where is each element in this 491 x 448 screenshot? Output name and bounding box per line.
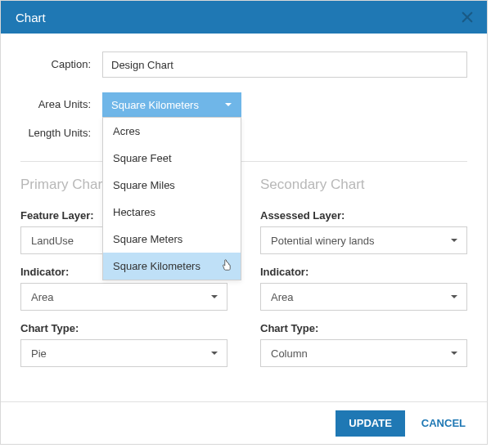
length-units-label: Length Units: bbox=[20, 125, 102, 141]
feature-layer-value: LandUse bbox=[31, 235, 74, 247]
secondary-indicator-select[interactable]: Area bbox=[260, 283, 467, 311]
primary-indicator-value: Area bbox=[31, 291, 53, 303]
caption-input[interactable] bbox=[102, 52, 467, 78]
secondary-indicator-value: Area bbox=[271, 291, 293, 303]
secondary-indicator-group: Indicator: Area bbox=[260, 266, 467, 311]
area-units-option[interactable]: Square Miles bbox=[103, 172, 241, 199]
area-units-select-wrap: Square Kilometers Acres Square Feet Squa… bbox=[102, 92, 241, 117]
primary-chart-type-value: Pie bbox=[31, 347, 47, 360]
secondary-chart-type-select[interactable]: Column bbox=[260, 339, 467, 367]
primary-chart-type-group: Chart Type: Pie bbox=[20, 322, 227, 367]
area-units-label: Area Units: bbox=[20, 98, 102, 112]
charts-section: Primary Chart Feature Layer: LandUse Ind… bbox=[20, 177, 467, 379]
assessed-layer-select[interactable]: Potential winery lands bbox=[260, 226, 467, 254]
assessed-layer-value: Potential winery lands bbox=[271, 235, 374, 247]
caret-down-icon bbox=[210, 291, 218, 303]
primary-indicator-select[interactable]: Area bbox=[20, 283, 227, 311]
area-units-row: Area Units: Square Kilometers Acres Squa… bbox=[20, 92, 467, 117]
primary-chart-type-select[interactable]: Pie bbox=[20, 339, 227, 367]
dialog-footer: UPDATE CANCEL bbox=[1, 401, 487, 444]
divider bbox=[20, 161, 467, 162]
caret-down-icon bbox=[224, 99, 232, 111]
area-units-option[interactable]: Acres bbox=[103, 118, 241, 145]
area-units-option-label: Square Kilometers bbox=[113, 260, 200, 272]
secondary-chart-type-group: Chart Type: Column bbox=[260, 322, 467, 367]
chart-dialog: Chart Caption: Area Units: Square Kilome… bbox=[0, 0, 488, 445]
length-units-row: Length Units: bbox=[20, 125, 467, 153]
secondary-chart-type-value: Column bbox=[271, 347, 308, 360]
secondary-chart-type-label: Chart Type: bbox=[260, 322, 467, 334]
caret-down-icon bbox=[210, 347, 218, 360]
dialog-title: Chart bbox=[16, 11, 46, 25]
close-icon[interactable] bbox=[457, 7, 477, 27]
area-units-option[interactable]: Square Meters bbox=[103, 226, 241, 253]
caret-down-icon bbox=[450, 235, 458, 247]
caption-label: Caption: bbox=[20, 58, 102, 72]
caret-down-icon bbox=[450, 291, 458, 303]
area-units-option[interactable]: Square Kilometers bbox=[103, 253, 241, 280]
area-units-option[interactable]: Hectares bbox=[103, 199, 241, 226]
area-units-option[interactable]: Square Feet bbox=[103, 145, 241, 172]
area-units-selected-value: Square Kilometers bbox=[111, 99, 199, 111]
secondary-indicator-label: Indicator: bbox=[260, 266, 467, 278]
titlebar: Chart bbox=[1, 1, 487, 34]
assessed-layer-group: Assessed Layer: Potential winery lands bbox=[260, 209, 467, 254]
assessed-layer-label: Assessed Layer: bbox=[260, 209, 467, 222]
dialog-body: Caption: Area Units: Square Kilometers A… bbox=[1, 34, 487, 388]
area-units-dropdown: Acres Square Feet Square Miles Hectares … bbox=[102, 117, 241, 280]
area-units-select[interactable]: Square Kilometers bbox=[102, 92, 241, 117]
cancel-button[interactable]: CANCEL bbox=[415, 417, 472, 429]
secondary-chart-column: Secondary Chart Assessed Layer: Potentia… bbox=[260, 177, 467, 379]
caret-down-icon bbox=[450, 347, 458, 360]
caption-row: Caption: bbox=[20, 52, 467, 78]
secondary-chart-heading: Secondary Chart bbox=[260, 177, 467, 193]
update-button[interactable]: UPDATE bbox=[336, 410, 404, 437]
pointer-cursor-icon bbox=[219, 258, 234, 274]
primary-chart-type-label: Chart Type: bbox=[20, 322, 227, 334]
